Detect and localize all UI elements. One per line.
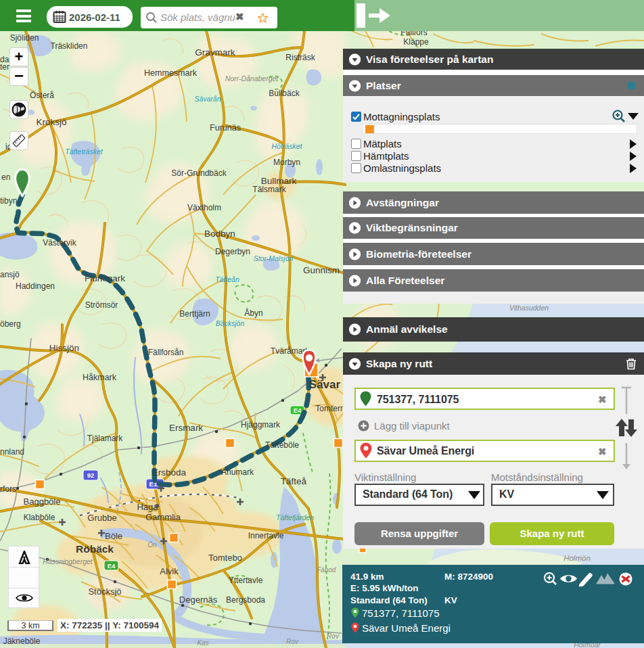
svg-text:tibyn: tibyn [0,196,17,206]
svg-text:Berttjärn: Berttjärn [179,309,210,319]
svg-text:Håkmark: Håkmark [83,373,117,382]
svg-text:nnland: nnland [0,447,24,457]
svg-text:Yttertavle: Yttertavle [229,576,263,585]
svg-text:Österå: Österå [30,91,54,100]
svg-text:Hissjön: Hissjön [49,343,79,353]
svg-text:Täfteå: Täfteå [281,476,307,486]
svg-text:Bodbyn: Bodbyn [204,229,235,239]
svg-text:Alvik: Alvik [160,566,179,576]
svg-text:Kroksjö: Kroksjö [36,117,66,127]
svg-text:Täfteträsket: Täfteträsket [65,147,104,156]
svg-text:Kas: Kas [197,639,208,647]
svg-text:Anumark: Anumark [221,467,254,477]
svg-text:Vithasudden: Vithasudden [509,304,549,312]
svg-text:Gunnism: Gunnism [303,265,340,275]
svg-text:Hässningberget: Hässningberget [43,557,93,565]
svg-text:E4: E4 [294,407,302,414]
svg-text:92: 92 [87,471,95,479]
svg-text:Klabböle: Klabböle [24,513,55,522]
svg-text:Kläppe: Kläppe [403,37,429,47]
svg-text:Täftefjärden: Täftefjärden [276,513,314,522]
svg-text:Rov: Rov [286,638,299,645]
svg-text:en: en [1,172,10,182]
svg-text:öberg: öberg [0,319,21,329]
svg-text:Grubbe: Grubbe [87,513,116,523]
svg-text:Sjöliden: Sjöliden [10,33,39,43]
svg-text:Tomtebo: Tomtebo [208,553,242,563]
svg-text:Strömsör: Strömsör [85,300,118,310]
svg-text:Bäcksjön: Bäcksjön [216,319,245,327]
svg-text:Höträsket: Höträsket [272,142,303,150]
svg-text:Jäkneböle: Jäkneböle [3,637,41,646]
svg-text:Risträsk: Risträsk [285,53,315,62]
svg-text:Norr-Dånaberget: Norr-Dånaberget [225,74,279,83]
svg-text:Täfteböle: Täfteböle [265,440,299,450]
svg-text:Innertavle: Innertavle [248,531,284,540]
svg-text:Tälsmark: Tälsmark [252,185,286,194]
svg-text:Fäbod: Fäbod [317,566,336,574]
svg-text:Ön: Ön [147,541,157,549]
svg-text:Flurkmark: Flurkmark [85,273,125,283]
svg-text:ter: ter [0,62,9,72]
svg-text:Stöcksjö: Stöcksjö [88,586,121,597]
svg-text:Gammlia: Gammlia [145,512,181,522]
svg-text:Baggböle: Baggböle [24,496,61,507]
svg-text:Haddingen: Haddingen [16,281,55,291]
svg-text:Täfteån: Täfteån [215,275,239,283]
svg-text:Sävarån: Sävarån [194,95,221,103]
svg-text:Degerbyn: Degerbyn [215,247,250,256]
svg-text:Sävar: Sävar [309,378,341,391]
svg-text:Bullbäck: Bullbäck [269,89,300,98]
svg-text:Röbäck: Röbäck [76,543,114,555]
svg-text:rfors: rfors [0,484,16,494]
svg-text:E4: E4 [108,562,116,570]
svg-text:Sör-Grundbäck: Sör-Grundbäck [171,168,227,178]
svg-text:Tjälamark: Tjälamark [87,434,124,443]
svg-text:Växtholm: Växtholm [187,203,221,212]
svg-text:Rov: Rov [327,632,340,640]
svg-text:Ersboda: Ersboda [152,467,187,478]
svg-text:Holmön: Holmön [564,554,591,562]
svg-text:Bergsboda: Bergsboda [226,595,265,605]
svg-text:Fällforsån: Fällforsån [148,348,184,357]
svg-text:Gravmark: Gravmark [195,47,235,57]
svg-text:Stor-Malsjön: Stor-Malsjön [254,254,294,262]
svg-text:Västervik: Västervik [43,238,76,248]
svg-text:ansjö: ansjö [0,270,20,279]
svg-text:Morbyn: Morbyn [273,158,300,167]
svg-text:Degernäs: Degernäs [179,595,218,605]
svg-text:Ersmark: Ersmark [169,423,203,433]
svg-text:Hemmesmark: Hemmesmark [144,68,198,78]
svg-text:Träskliden: Träskliden [51,41,88,51]
svg-text:Furunäs: Furunäs [210,123,241,133]
svg-text:Åbyn: Åbyn [244,308,262,318]
svg-text:Tomtern: Tomtern [315,404,344,413]
svg-text:Hjäggmark: Hjäggmark [241,420,281,430]
svg-text:Böle: Böle [105,531,122,541]
